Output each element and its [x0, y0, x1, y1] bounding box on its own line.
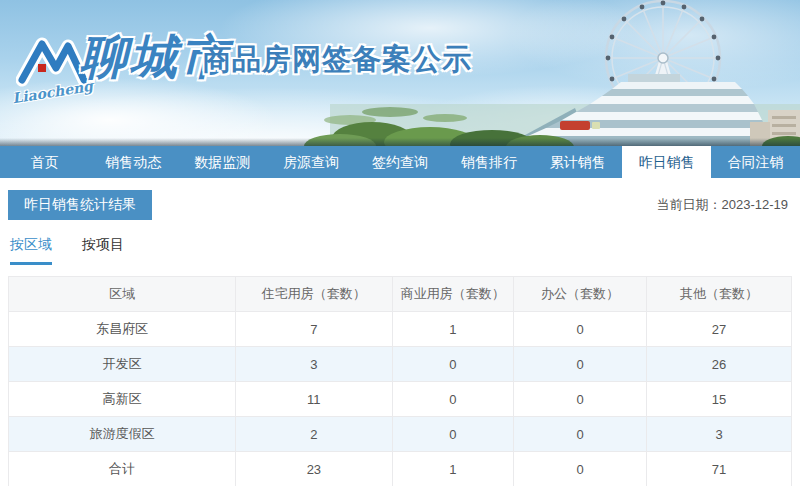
section-title-badge: 昨日销售统计结果	[8, 190, 152, 220]
cell-commercial: 0	[392, 382, 513, 417]
current-date-label: 当前日期：	[657, 197, 722, 212]
page-root: Liaocheng 聊城市 商品房网签备案公示 首页 销售动态 数据监测 房源查…	[0, 0, 800, 486]
nav-item-listing-search[interactable]: 房源查询	[267, 146, 356, 178]
nav-item-yesterday-sales[interactable]: 昨日销售	[622, 146, 711, 178]
table-row: 旅游度假区 2 0 0 3	[9, 417, 792, 452]
cell-office: 0	[514, 312, 647, 347]
cell-region: 旅游度假区	[9, 417, 236, 452]
current-date-value: 2023-12-19	[722, 197, 789, 212]
header-bottom-shade	[0, 138, 800, 146]
col-header-region: 区域	[9, 277, 236, 312]
cell-office: 0	[514, 347, 647, 382]
cell-office: 0	[514, 452, 647, 486]
cell-residential: 11	[236, 382, 393, 417]
nav-item-contract-cancellation[interactable]: 合同注销	[711, 146, 800, 178]
cell-other: 27	[647, 312, 792, 347]
nav-item-contract-search[interactable]: 签约查询	[356, 146, 445, 178]
cell-commercial: 0	[392, 417, 513, 452]
tab-by-region[interactable]: 按区域	[10, 236, 52, 265]
table-row: 开发区 3 0 0 26	[9, 347, 792, 382]
nav-item-data-monitoring[interactable]: 数据监测	[178, 146, 267, 178]
view-tabs: 按区域 按项目	[8, 236, 792, 265]
cell-region: 东昌府区	[9, 312, 236, 347]
tab-by-project[interactable]: 按项目	[82, 236, 124, 265]
section-header-bar: 昨日销售统计结果 当前日期：2023-12-19	[8, 190, 792, 220]
nav-item-sales-ranking[interactable]: 销售排行	[444, 146, 533, 178]
cell-other: 71	[647, 452, 792, 486]
cell-residential: 3	[236, 347, 393, 382]
cell-other: 3	[647, 417, 792, 452]
cell-residential: 2	[236, 417, 393, 452]
table-row: 高新区 11 0 0 15	[9, 382, 792, 417]
nav-item-cumulative-sales[interactable]: 累计销售	[533, 146, 622, 178]
main-content: 昨日销售统计结果 当前日期：2023-12-19 按区域 按项目 区域 住宅用房…	[0, 178, 800, 486]
cell-region: 开发区	[9, 347, 236, 382]
nav-item-sales-news[interactable]: 销售动态	[89, 146, 178, 178]
site-title: 商品房网签备案公示	[202, 40, 472, 80]
cell-other: 15	[647, 382, 792, 417]
cell-office: 0	[514, 417, 647, 452]
table-header-row: 区域 住宅用房（套数） 商业用房（套数） 办公（套数） 其他（套数）	[9, 277, 792, 312]
cell-region: 高新区	[9, 382, 236, 417]
col-header-commercial: 商业用房（套数）	[392, 277, 513, 312]
cell-other: 26	[647, 347, 792, 382]
cell-residential: 7	[236, 312, 393, 347]
cell-commercial: 1	[392, 312, 513, 347]
table-row: 东昌府区 7 1 0 27	[9, 312, 792, 347]
table-row-total: 合计 23 1 0 71	[9, 452, 792, 486]
current-date: 当前日期：2023-12-19	[657, 196, 793, 214]
cell-office: 0	[514, 382, 647, 417]
site-header-banner: Liaocheng 聊城市 商品房网签备案公示	[0, 0, 800, 146]
col-header-office: 办公（套数）	[514, 277, 647, 312]
nav-item-home[interactable]: 首页	[0, 146, 89, 178]
sales-statistics-table: 区域 住宅用房（套数） 商业用房（套数） 办公（套数） 其他（套数） 东昌府区 …	[8, 276, 792, 486]
main-nav: 首页 销售动态 数据监测 房源查询 签约查询 销售排行 累计销售 昨日销售 合同…	[0, 146, 800, 178]
cell-region: 合计	[9, 452, 236, 486]
col-header-other: 其他（套数）	[647, 277, 792, 312]
col-header-residential: 住宅用房（套数）	[236, 277, 393, 312]
cell-commercial: 1	[392, 452, 513, 486]
cell-commercial: 0	[392, 347, 513, 382]
cell-residential: 23	[236, 452, 393, 486]
